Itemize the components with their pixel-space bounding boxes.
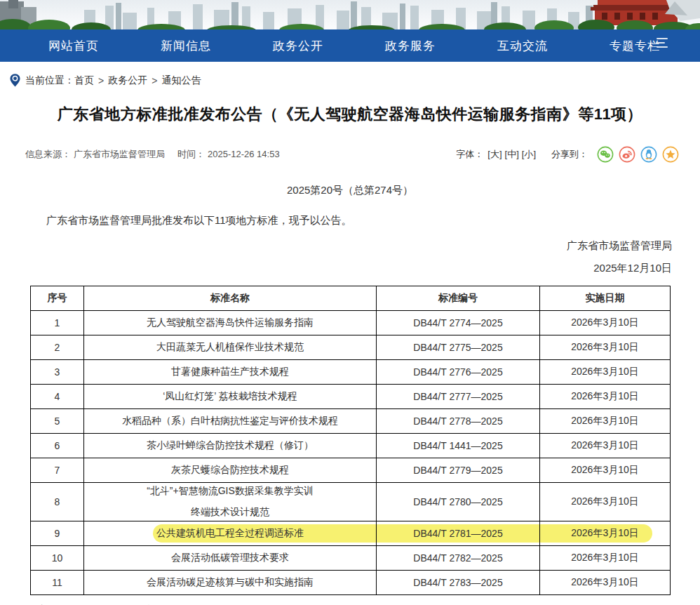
table-header-row: 序号 标准名称 标准编号 实施日期 — [31, 286, 671, 311]
font-size-small-button[interactable]: [小] — [522, 148, 536, 161]
row-name: 公共建筑机电工程全过程调适标准 — [84, 521, 377, 546]
row-code: DB44/T 2781—2025 — [377, 521, 540, 546]
table-row: 2大田蔬菜无人机植保作业技术规范DB44/T 2775—20252026年3月1… — [31, 335, 671, 360]
row-no: 7 — [31, 458, 84, 483]
row-no: 4 — [31, 385, 84, 409]
col-header-name: 标准名称 — [84, 286, 377, 311]
table-row: 10会展活动低碳管理技术要求DB44/T 2782—20252026年3月10日 — [31, 546, 671, 571]
font-size-large-button[interactable]: [大] — [487, 148, 502, 161]
share-label: 分享到： — [551, 148, 588, 161]
row-code: DB44/T 2776—2025 — [377, 360, 540, 385]
row-date: 2026年3月10日 — [540, 458, 671, 483]
row-name: 茶小绿叶蝉综合防控技术规程（修订） — [84, 434, 377, 458]
row-date: 2026年3月10日 — [540, 385, 671, 409]
col-header-no: 序号 — [31, 286, 84, 311]
row-code: DB44/T 2783—2025 — [377, 571, 540, 595]
row-date: 2026年3月10日 — [540, 335, 671, 360]
row-code: DB44/T 2778—2025 — [377, 409, 540, 434]
table-row: 8“北斗”+智慧物流GIS数据采集教学实训终端技术设计规范DB44/T 2780… — [31, 483, 671, 521]
source-value: 广东省市场监督管理局 — [74, 149, 165, 159]
source-label: 信息来源： — [25, 149, 71, 159]
row-code: DB44/T 2780—2025 — [377, 483, 540, 521]
row-code: DB44/T 2777—2025 — [377, 385, 540, 409]
breadcrumb-home[interactable]: 首页 — [74, 74, 94, 87]
breadcrumb-label: 当前位置： — [25, 74, 74, 87]
issue-date: 2025年12月10日 — [0, 262, 672, 275]
row-name: “北斗”+智慧物流GIS数据采集教学实训终端技术设计规范 — [84, 483, 377, 521]
menu-icon[interactable] — [657, 38, 668, 48]
table-row: 6茶小绿叶蝉综合防控技术规程（修订）DB44/T 1441—20252026年3… — [31, 434, 671, 458]
breadcrumb-notices[interactable]: 通知公告 — [161, 74, 201, 87]
row-name: 灰茶尺蠖综合防控技术规程 — [84, 458, 377, 483]
row-code: DB44/T 2774—2025 — [377, 311, 540, 335]
row-name: 会展活动碳足迹核算与碳中和实施指南 — [84, 571, 377, 595]
row-date: 2026年3月10日 — [540, 360, 671, 385]
standards-table-body: 1无人驾驶航空器海岛快件运输服务指南DB44/T 2774—20252026年3… — [31, 311, 671, 595]
row-code: DB44/T 2779—2025 — [377, 458, 540, 483]
row-name: 无人驾驶航空器海岛快件运输服务指南 — [84, 311, 377, 335]
font-size-medium-button[interactable]: [中] — [505, 148, 519, 161]
row-date: 2026年3月10日 — [540, 546, 671, 571]
weibo-icon[interactable] — [619, 146, 635, 163]
table-row: 7灰茶尺蠖综合防控技术规程DB44/T 2779—20252026年3月10日 — [31, 458, 671, 483]
nav-item-gov-open[interactable]: 政务公开 — [242, 38, 354, 54]
row-date: 2026年3月10日 — [540, 521, 671, 546]
table-row: 9公共建筑机电工程全过程调适标准DB44/T 2781—20252026年3月1… — [31, 521, 671, 546]
font-size-label: 字体： — [456, 148, 483, 161]
time-value: 2025-12-26 14:53 — [208, 149, 280, 159]
announcement-body: 广东省市场监督管理局批准发布以下11项地方标准，现予以公告。 — [25, 213, 675, 228]
breadcrumb: 当前位置： 首页 > 政务公开 > 通知公告 — [10, 74, 700, 87]
table-row: 1无人驾驶航空器海岛快件运输服务指南DB44/T 2774—20252026年3… — [31, 311, 671, 335]
row-name: 甘薯健康种苗生产技术规程 — [84, 360, 377, 385]
breadcrumb-separator: > — [98, 75, 104, 86]
col-header-date: 实施日期 — [540, 286, 671, 311]
row-no: 1 — [31, 311, 84, 335]
row-no: 6 — [31, 434, 84, 458]
row-code: DB44/T 2775—2025 — [377, 335, 540, 360]
nav-item-news[interactable]: 新闻信息 — [130, 38, 242, 54]
row-code: DB44/T 1441—2025 — [377, 434, 540, 458]
row-name: 水稻品种（系）白叶枯病抗性鉴定与评价技术规程 — [84, 409, 377, 434]
row-no: 2 — [31, 335, 84, 360]
article-meta: 信息来源：广东省市场监督管理局时间：2025-12-26 14:53 字体： [… — [0, 146, 700, 163]
qq-icon[interactable] — [640, 146, 657, 163]
nav-item-interact[interactable]: 互动交流 — [466, 38, 579, 54]
location-pin-icon — [10, 74, 20, 87]
breadcrumb-gov-open[interactable]: 政务公开 — [108, 74, 147, 87]
row-no: 11 — [31, 571, 84, 595]
nav-item-home[interactable]: 网站首页 — [18, 38, 130, 54]
table-row: 11会展活动碳足迹核算与碳中和实施指南DB44/T 2783—20252026年… — [31, 571, 671, 595]
page-title: 广东省地方标准批准发布公告（《无人驾驶航空器海岛快件运输服务指南》等11项） — [0, 104, 700, 125]
nav-item-topics[interactable]: 专题专栏 — [579, 38, 691, 54]
main-nav: 网站首页 新闻信息 政务公开 政务服务 互动交流 专题专栏 — [0, 29, 700, 62]
row-date: 2026年3月10日 — [540, 434, 671, 458]
row-no: 5 — [31, 409, 84, 434]
time-label: 时间： — [177, 149, 205, 159]
row-no: 9 — [31, 521, 84, 546]
row-no: 3 — [31, 360, 84, 385]
row-no: 10 — [31, 546, 84, 571]
row-code: DB44/T 2782—2025 — [377, 546, 540, 571]
nav-item-services[interactable]: 政务服务 — [354, 38, 466, 54]
breadcrumb-separator: > — [152, 75, 157, 86]
row-date: 2026年3月10日 — [540, 409, 671, 434]
wechat-icon[interactable] — [597, 146, 614, 163]
row-name: ‘凤山红灯笼’ 荔枝栽培技术规程 — [84, 385, 377, 409]
standards-table-wrap: 序号 标准名称 标准编号 实施日期 1无人驾驶航空器海岛快件运输服务指南DB44… — [30, 286, 670, 595]
col-header-code: 标准编号 — [377, 286, 540, 311]
row-date: 2026年3月10日 — [540, 571, 671, 595]
table-row: 5水稻品种（系）白叶枯病抗性鉴定与评价技术规程DB44/T 2778—20252… — [31, 409, 671, 434]
standards-table: 序号 标准名称 标准编号 实施日期 1无人驾驶航空器海岛快件运输服务指南DB44… — [30, 286, 671, 595]
qzone-star-icon[interactable] — [662, 146, 679, 163]
row-date: 2026年3月10日 — [540, 483, 671, 521]
city-skyline-banner — [0, 0, 700, 29]
row-name: 大田蔬菜无人机植保作业技术规范 — [84, 335, 377, 360]
row-no: 8 — [31, 483, 84, 521]
table-row: 4‘凤山红灯笼’ 荔枝栽培技术规程DB44/T 2777—20252026年3月… — [31, 385, 671, 409]
table-row: 3甘薯健康种苗生产技术规程DB44/T 2776—20252026年3月10日 — [31, 360, 671, 385]
doc-number: 2025第20号（总第274号） — [0, 184, 700, 197]
row-date: 2026年3月10日 — [540, 311, 671, 335]
row-name: 会展活动低碳管理技术要求 — [84, 546, 377, 571]
source-time: 信息来源：广东省市场监督管理局时间：2025-12-26 14:53 — [25, 148, 283, 161]
issuer-name: 广东省市场监督管理局 — [0, 239, 672, 253]
